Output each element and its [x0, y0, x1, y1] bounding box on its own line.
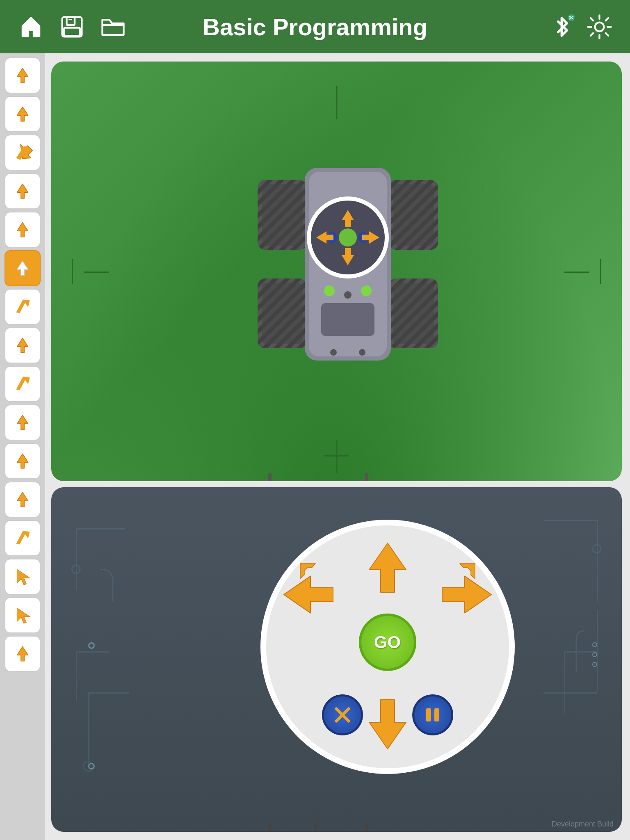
home-button[interactable] [16, 12, 45, 41]
svg-point-27 [344, 291, 352, 299]
svg-point-4 [595, 22, 604, 31]
svg-rect-17 [393, 283, 434, 344]
grid-line-right-v [600, 259, 601, 284]
sidebar-item-13[interactable] [5, 559, 41, 595]
wire-bottom-left [268, 824, 272, 832]
settings-button[interactable] [585, 12, 614, 41]
sidebar-item-1[interactable] [5, 96, 41, 132]
svg-rect-48 [426, 708, 431, 721]
svg-rect-34 [76, 651, 77, 701]
sidebar-item-12[interactable] [5, 520, 41, 556]
control-inner: GO [266, 525, 509, 768]
grid-line-left-h [84, 272, 109, 273]
svg-rect-1 [66, 17, 75, 25]
sidebar-item-2[interactable] [5, 135, 41, 171]
header-right-icons [548, 12, 614, 41]
svg-rect-28 [321, 303, 374, 336]
folder-button[interactable] [98, 12, 127, 41]
sidebar-item-10[interactable] [5, 443, 41, 479]
sidebar-item-8[interactable] [5, 366, 41, 402]
sidebar-item-9[interactable] [5, 404, 41, 441]
go-button[interactable]: GO [359, 614, 416, 671]
svg-point-30 [359, 349, 365, 356]
grid-line-left-v [72, 259, 73, 284]
svg-rect-2 [64, 27, 80, 36]
wire-right [365, 473, 368, 481]
cancel-button[interactable] [322, 694, 363, 735]
arrow-upleft-button[interactable] [297, 560, 338, 603]
svg-rect-42 [564, 651, 565, 713]
svg-rect-38 [88, 692, 129, 694]
page-title: Basic Programming [203, 13, 427, 41]
svg-rect-16 [262, 283, 303, 344]
save-button[interactable] [57, 12, 86, 41]
sidebar-item-15[interactable] [5, 636, 41, 672]
arrow-upright-button[interactable] [437, 560, 478, 603]
header-left-icons [16, 12, 127, 41]
svg-point-25 [324, 285, 335, 296]
app-header: Basic Programming [0, 0, 630, 53]
bluetooth-button[interactable] [548, 12, 577, 41]
grid-line-top-v [336, 86, 337, 119]
robot-view-panel [51, 62, 622, 481]
svg-rect-14 [262, 184, 303, 246]
command-sidebar [0, 53, 45, 840]
svg-rect-37 [88, 692, 89, 766]
wire-bottom-center [314, 824, 317, 832]
svg-rect-40 [543, 520, 597, 521]
svg-rect-43 [564, 651, 597, 653]
wire-left [268, 473, 272, 481]
sidebar-item-6[interactable] [5, 289, 41, 325]
sidebar-item-14[interactable] [5, 597, 41, 633]
svg-rect-35 [76, 651, 109, 653]
svg-rect-45 [543, 692, 597, 694]
svg-point-26 [361, 285, 372, 296]
grid-line-bottom-v [336, 440, 337, 473]
wire-bottom-right [365, 824, 368, 832]
sidebar-item-3[interactable] [5, 173, 41, 209]
circuit-dot-left [88, 642, 95, 649]
grid-line-right-h [564, 272, 589, 273]
svg-rect-15 [393, 184, 434, 246]
dev-label: Development Build [552, 820, 614, 829]
main-layout: GO [0, 53, 630, 840]
panel-dots-right [592, 642, 597, 667]
robot-representation [245, 155, 450, 379]
svg-rect-49 [434, 708, 439, 721]
circuit-dot-left-2 [88, 763, 95, 769]
sidebar-item-11[interactable] [5, 482, 41, 518]
pause-button[interactable] [412, 694, 453, 735]
svg-point-29 [330, 349, 337, 356]
control-panel: GO [51, 487, 622, 832]
sidebar-item-7[interactable] [5, 327, 41, 363]
arrow-down-button[interactable] [365, 698, 410, 753]
sidebar-item-4[interactable] [5, 212, 41, 248]
control-circle: GO [260, 520, 515, 774]
svg-rect-3 [68, 19, 72, 20]
svg-point-22 [339, 228, 357, 247]
svg-rect-32 [76, 528, 125, 530]
content-area: GO [45, 53, 630, 840]
sidebar-item-5-active[interactable] [5, 250, 41, 286]
svg-rect-39 [597, 520, 598, 602]
arrow-up-button[interactable] [365, 541, 410, 596]
svg-rect-31 [76, 528, 77, 590]
sidebar-item-0[interactable] [5, 57, 41, 94]
